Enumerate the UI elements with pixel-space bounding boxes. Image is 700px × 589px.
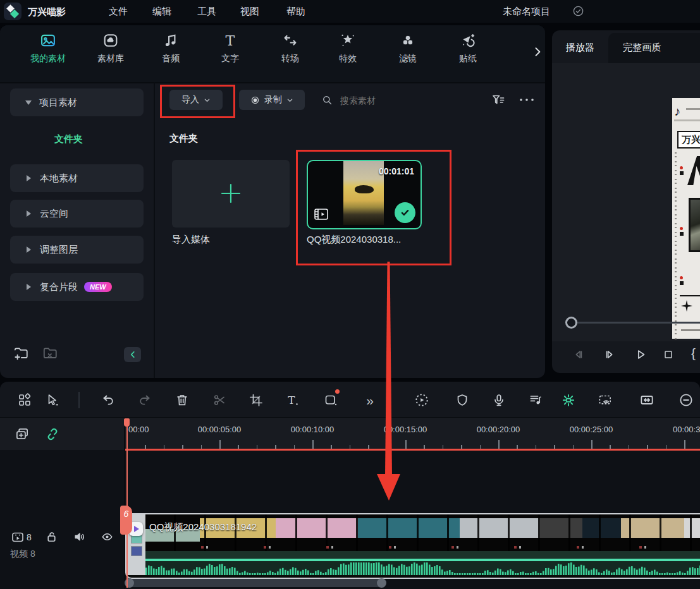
poster-glyph <box>687 156 700 185</box>
playhead-line[interactable] <box>126 418 128 588</box>
more-options-button[interactable] <box>519 96 535 104</box>
playhead-badge[interactable]: 6 <box>120 506 132 535</box>
seek-bar-handle[interactable] <box>565 317 577 329</box>
tab-strip-expand-icon[interactable] <box>531 46 544 58</box>
sidebar-item-cloud-space[interactable]: 云空间 <box>10 200 144 228</box>
smart-cut-button[interactable] <box>559 391 578 410</box>
panel-divider <box>154 82 155 378</box>
shield-button[interactable] <box>453 391 472 410</box>
preview-window-button[interactable] <box>596 391 615 410</box>
notification-dot <box>335 389 340 394</box>
menu-edit[interactable]: 编辑 <box>149 6 175 18</box>
tab-stickers[interactable]: 贴纸 <box>441 32 494 64</box>
tab-filters[interactable]: 滤镜 <box>381 32 434 64</box>
timeline-clip[interactable]: QQ视频20240303181942 <box>125 513 700 579</box>
sidebar-group-label: 项目素材 <box>39 97 77 109</box>
filter-button[interactable] <box>491 92 506 107</box>
saved-check-icon <box>572 5 584 17</box>
track-visibility-toggle[interactable] <box>100 530 114 544</box>
more-tools-button[interactable]: » <box>360 391 379 410</box>
selected-check-icon <box>395 202 415 223</box>
poster-dot-marker <box>680 232 684 236</box>
fit-timeline-button[interactable] <box>637 391 656 410</box>
ruler-label: 00:00:15:00 <box>384 425 427 434</box>
filmstrip-subtitle-specks <box>145 546 700 549</box>
douyin-logo: ♪ <box>674 104 680 119</box>
svg-text:T: T <box>288 394 295 406</box>
sidebar-group-project-media[interactable]: 项目素材 <box>10 88 144 116</box>
tab-my-media[interactable]: 我的素材 <box>21 32 75 64</box>
tab-stock-library[interactable]: 素材库 <box>84 32 137 64</box>
add-folder-button[interactable] <box>13 345 29 361</box>
next-frame-button[interactable] <box>603 348 617 361</box>
import-button[interactable]: 导入 <box>169 90 223 110</box>
media-section-title: 文件夹 <box>169 133 198 145</box>
sidebar-item-local-media[interactable]: 本地素材 <box>10 164 144 192</box>
preview-poster: ♪ 万兴 <box>672 98 700 339</box>
text-tool-button[interactable]: T <box>283 391 302 410</box>
menu-help[interactable]: 帮助 <box>283 6 309 18</box>
crop-button[interactable] <box>247 391 266 410</box>
thumbnail-subject <box>355 185 374 193</box>
sidebar-item-folder[interactable]: 文件夹 <box>54 133 83 145</box>
track-lock-toggle[interactable] <box>44 530 59 544</box>
ruler-label: 00:00:20:00 <box>477 425 520 434</box>
timecode-ruler[interactable]: 00:00 00:00:05:00 00:00:10:00 00:00:15:0… <box>0 422 700 450</box>
previous-frame-button[interactable] <box>572 348 586 361</box>
player-quality-label[interactable]: 完整画质 <box>623 42 661 54</box>
mark-in-button[interactable]: { <box>691 346 696 361</box>
svg-text:T: T <box>226 32 235 49</box>
plus-icon <box>218 181 243 206</box>
menu-tools[interactable]: 工具 <box>193 6 220 18</box>
import-media-tile[interactable] <box>172 160 290 228</box>
tab-label: 音频 <box>144 53 197 64</box>
tab-transitions[interactable]: 转场 <box>264 32 317 64</box>
layout-mode-button[interactable] <box>15 391 34 410</box>
audio-mixer-button[interactable] <box>526 391 545 410</box>
track-mute-toggle[interactable] <box>72 530 87 544</box>
menu-file[interactable]: 文件 <box>105 6 132 18</box>
record-button[interactable]: 录制 <box>239 90 305 110</box>
delete-button[interactable] <box>173 391 192 410</box>
track-count: 8 <box>27 532 32 542</box>
new-badge: NEW <box>84 282 112 292</box>
menu-view[interactable]: 视图 <box>236 6 263 18</box>
redo-button[interactable] <box>135 391 154 410</box>
clip-name-label: QQ视频2024030318... <box>307 234 401 246</box>
poster-title-text: 万兴 <box>679 134 700 146</box>
timeline-scrollbar[interactable] <box>125 579 386 587</box>
voiceover-mic-button[interactable] <box>489 391 508 410</box>
zoom-out-timeline-button[interactable] <box>677 391 696 410</box>
ruler-ticks <box>126 437 700 449</box>
track-label: 视频 8 <box>10 549 35 560</box>
select-tool-button[interactable] <box>43 391 62 410</box>
import-tile-label: 导入媒体 <box>172 234 210 246</box>
tab-label: 我的素材 <box>21 53 75 64</box>
media-clip-tile[interactable]: 00:01:01 <box>307 160 422 229</box>
sidebar-item-adjustment-layer[interactable]: 调整图层 <box>10 236 144 264</box>
seek-bar-track[interactable] <box>567 322 700 324</box>
playhead-head[interactable] <box>124 418 130 427</box>
poster-dot-marker <box>680 171 684 175</box>
split-button[interactable] <box>210 391 229 410</box>
render-preview-button[interactable] <box>412 391 431 410</box>
ruler-label: 00:00:10:00 <box>291 425 335 434</box>
poster-footer-text-line <box>681 329 700 331</box>
play-button[interactable] <box>634 348 648 361</box>
caret-right-icon <box>27 246 31 253</box>
search-input[interactable] <box>339 92 455 109</box>
collapse-sidebar-button[interactable] <box>124 347 141 362</box>
sidebar-item-compound-clip[interactable]: 复合片段 NEW <box>10 273 144 301</box>
title-bar: 万兴喵影 文件 编辑 工具 视图 帮助 未命名项目 <box>0 0 700 23</box>
ruler-label: 00:00 <box>128 425 149 434</box>
caret-right-icon <box>27 175 31 181</box>
delete-folder-button[interactable] <box>42 345 58 361</box>
tab-text[interactable]: T 文字 <box>204 32 257 64</box>
tab-effects[interactable]: 特效 <box>321 32 374 64</box>
scrollbar-handle-right[interactable] <box>377 578 386 588</box>
stop-button[interactable] <box>662 348 675 361</box>
mask-tool-button[interactable] <box>321 391 340 410</box>
tab-audio[interactable]: 音频 <box>144 32 197 64</box>
undo-button[interactable] <box>99 391 118 410</box>
record-icon <box>250 95 260 105</box>
